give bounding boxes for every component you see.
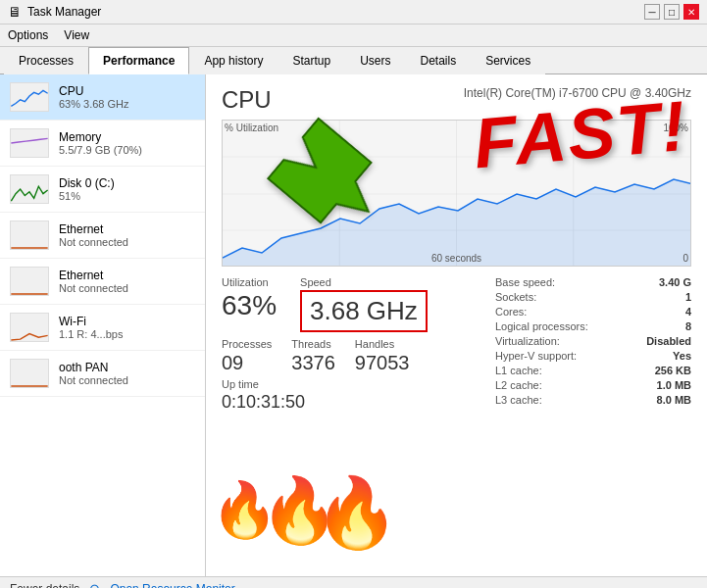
l2-val: 1.0 MB [657,379,691,391]
sidebar-item-ethernet2[interactable]: Ethernet Not connected [0,259,205,305]
tab-app-history[interactable]: App history [189,47,278,74]
wifi-mini-graph [10,313,49,342]
menu-options[interactable]: Options [4,26,52,44]
spec-logical: Logical processors: 8 [495,320,691,332]
spec-l3: L3 cache: 8.0 MB [495,394,691,406]
menu-view[interactable]: View [60,26,93,44]
right-stats: Base speed: 3.40 G Sockets: 1 Cores: 4 L… [495,276,691,416]
l3-val: 8.0 MB [657,394,691,406]
cpu-svg-graph [223,121,690,266]
handles-value: 97053 [355,352,410,374]
l1-val: 256 KB [655,365,691,376]
cores-key: Cores: [495,306,527,318]
sockets-val: 1 [685,291,691,303]
sidebar-item-cpu[interactable]: CPU 63% 3.68 GHz [0,74,205,121]
base-speed-key: Base speed: [495,276,555,288]
tab-startup[interactable]: Startup [278,47,345,74]
processes-block: Processes 09 [222,338,272,374]
cores-val: 4 [685,306,691,318]
sidebar-item-memory[interactable]: Memory 5.5/7.9 GB (70%) [0,121,205,167]
sidebar-memory-value: 5.5/7.9 GB (70%) [59,144,142,156]
spec-sockets: Sockets: 1 [495,291,691,303]
sidebar-item-ethernet1[interactable]: Ethernet Not connected [0,213,205,259]
detail-header: CPU Intel(R) Core(TM) i7-6700 CPU @ 3.40… [222,86,691,114]
virt-key: Virtualization: [495,335,560,347]
uptime-label: Up time [222,378,495,390]
sidebar-item-disk[interactable]: Disk 0 (C:) 51% [0,167,205,213]
maximize-button[interactable]: □ [664,4,680,20]
footer: Fewer details ⊙ Open Resource Monitor [0,576,707,588]
cpu-mini-graph [10,82,49,112]
util-speed-row: Utilization 63% Speed 3.68 GHz [222,276,495,332]
cpu-graph: % Utilization 100% 0 60 seconds [222,120,691,267]
graph-y-label: % Utilization [225,122,278,133]
sidebar-disk-name: Disk 0 (C:) [59,176,115,190]
handles-label: Handles [355,338,410,350]
utilization-value: 63% [222,290,277,321]
logical-val: 8 [685,320,691,332]
sockets-key: Sockets: [495,291,536,303]
detail-subtitle: Intel(R) Core(TM) i7-6700 CPU @ 3.40GHz [464,86,691,100]
open-resource-monitor-link[interactable]: Open Resource Monitor [110,582,234,589]
minimize-button[interactable]: ─ [644,4,660,20]
uptime-block: Up time 0:10:31:50 [222,378,495,413]
l1-key: L1 cache: [495,365,542,376]
menu-bar: Options View [0,24,707,47]
sidebar-item-wifi[interactable]: Wi-Fi 1.1 R: 4...bps [0,305,205,351]
processes-value: 09 [222,352,272,374]
sidebar-wifi-value: 1.1 R: 4...bps [59,328,123,340]
title-bar: 🖥 Task Manager ─ □ ✕ [0,0,707,24]
sidebar-cpu-name: CPU [59,84,129,98]
l3-key: L3 cache: [495,394,542,406]
graph-100-label: 100% [663,122,688,133]
sidebar-ethernet1-name: Ethernet [59,222,128,236]
virt-val: Disabled [646,335,691,347]
disk-mini-graph [10,174,49,204]
sidebar-ethernet2-value: Not connected [59,282,128,294]
speed-label: Speed [300,276,428,288]
bluetooth-mini-graph [10,359,49,388]
base-speed-val: 3.40 G [659,276,691,288]
uptime-value: 0:10:31:50 [222,392,495,413]
flame2-overlay: 🔥 [260,478,339,542]
tab-processes[interactable]: Processes [4,47,88,74]
l2-key: L2 cache: [495,379,542,391]
tab-users[interactable]: Users [345,47,405,74]
graph-0-label: 0 [682,253,688,264]
threads-value: 3376 [291,352,335,374]
spec-cores: Cores: 4 [495,306,691,318]
hyperv-val: Yes [673,350,691,362]
close-button[interactable]: ✕ [683,4,699,20]
spec-virtualization: Virtualization: Disabled [495,335,691,347]
handles-block: Handles 97053 [355,338,410,374]
sidebar-item-bluetooth[interactable]: ooth PAN Not connected [0,351,205,397]
processes-label: Processes [222,338,272,350]
sidebar-ethernet2-name: Ethernet [59,269,128,282]
left-stats: Utilization 63% Speed 3.68 GHz Processes [222,276,495,416]
logical-key: Logical processors: [495,320,588,332]
sidebar: CPU 63% 3.68 GHz Memory 5.5/7.9 GB (70%) [0,74,206,576]
graph-time-label: 60 seconds [431,253,481,264]
app-icon: 🖥 [8,4,22,20]
monitor-icon: ⊙ [89,581,100,588]
spec-hyperv: Hyper-V support: Yes [495,350,691,362]
speed-box: 3.68 GHz [300,290,428,332]
main-content: CPU 63% 3.68 GHz Memory 5.5/7.9 GB (70%) [0,74,707,576]
spec-l2: L2 cache: 1.0 MB [495,379,691,391]
flame3-overlay: 🔥 [314,478,399,547]
tab-performance[interactable]: Performance [88,47,189,74]
ethernet2-mini-graph [10,267,49,296]
sidebar-memory-name: Memory [59,130,142,144]
tab-services[interactable]: Services [471,47,545,74]
fewer-details-button[interactable]: Fewer details [10,582,79,589]
detail-panel: CPU Intel(R) Core(TM) i7-6700 CPU @ 3.40… [206,74,707,576]
utilization-label: Utilization [222,276,277,288]
memory-mini-graph [10,128,49,158]
threads-label: Threads [291,338,335,350]
sidebar-disk-value: 51% [59,190,115,202]
tab-details[interactable]: Details [405,47,471,74]
threads-block: Threads 3376 [291,338,335,374]
flame1-overlay: 🔥 [211,483,278,537]
speed-block: Speed 3.68 GHz [300,276,428,332]
detail-stats-section: Utilization 63% Speed 3.68 GHz Processes [222,276,691,416]
